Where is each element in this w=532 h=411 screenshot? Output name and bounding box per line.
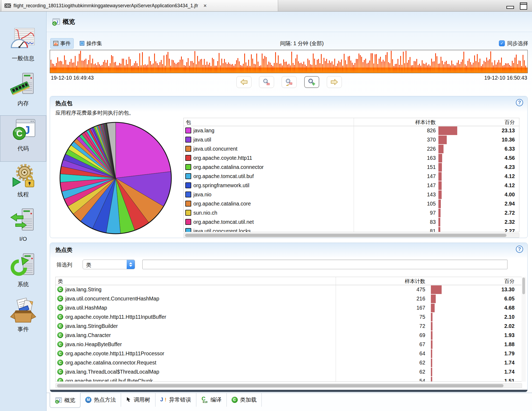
timeline-bar [116, 65, 117, 73]
package-table-row[interactable]: java.util.concurrent.locks812.27 [184, 227, 519, 232]
tab-hot-methods[interactable]: M 热点方法 [80, 393, 121, 407]
exceptions-icon: J! [160, 396, 167, 403]
class-table-row[interactable]: Cjava.lang.String47513.30 [56, 285, 522, 294]
timeline-bar [306, 66, 307, 73]
pan-left-button[interactable] [236, 76, 251, 88]
classes-horizontal-scrollbar[interactable] [55, 383, 522, 388]
hot-packages-pie-chart[interactable] [58, 120, 174, 236]
class-table-row[interactable]: Cjava.nio.HeapByteBuffer671.88 [56, 340, 522, 349]
percent-value: 6.33 [505, 146, 515, 152]
recording-tab[interactable]: flight_recording_180131iogithubkimmkingg… [1, 0, 278, 11]
timeline-bar [454, 65, 455, 73]
class-table-row[interactable]: Corg.apache.coyote.http11.Http11InputBuf… [56, 313, 522, 322]
sidebar-item-memory[interactable]: 内存 [0, 70, 46, 115]
hot-methods-icon: M [85, 397, 91, 403]
package-table-row[interactable]: java.lang82623.13 [184, 126, 519, 135]
sidebar-item-code[interactable]: J C 代码 [0, 115, 46, 162]
timeline-bar [123, 59, 124, 73]
package-table-row[interactable]: org.apache.catalina.connector1514.23 [184, 163, 519, 172]
timeline-bar [500, 63, 501, 73]
sidebar-item-io[interactable]: I/O [0, 207, 46, 251]
sample-count-value: 163 [427, 155, 436, 161]
timeline-bar [60, 61, 61, 73]
timeline-bar [510, 66, 511, 73]
sidebar-item-system[interactable]: 系统 [0, 251, 46, 296]
help-icon[interactable]: ? [516, 99, 523, 106]
class-table-row[interactable]: Cjava.lang.StringBuilder722.02 [56, 322, 522, 331]
tab-compilations[interactable]: C010 编译 [196, 393, 227, 407]
class-table-row[interactable]: Cjava.util.concurrent.ConcurrentHashMap2… [56, 294, 522, 303]
timeline-bar [126, 60, 127, 73]
minimize-button[interactable] [506, 6, 514, 9]
package-name: java.lang [193, 127, 214, 134]
timeline-bar [470, 62, 471, 73]
package-table-row[interactable]: java.util37010.36 [184, 135, 519, 144]
sample-count-bar [438, 209, 441, 217]
timeline-bar [122, 59, 123, 73]
events-toggle-label: 事件 [60, 40, 71, 47]
timeline-bar [192, 61, 193, 73]
timeline-bar [451, 61, 452, 73]
tab-class-loading[interactable]: C 类加载 [227, 393, 262, 407]
package-table-row[interactable]: org.apache.tomcat.util.net832.32 [184, 218, 519, 227]
column-header-percent[interactable]: 百分 [505, 119, 515, 126]
package-table-row[interactable]: org.springframework.util1474.12 [184, 181, 519, 190]
timeline-bar [412, 65, 413, 73]
general-info-icon [9, 26, 37, 54]
zoom-selection-button[interactable] [282, 76, 297, 88]
class-table-row[interactable]: Corg.apache.catalina.connector.Request62… [56, 358, 522, 367]
class-name: java.lang.StringBuilder [65, 323, 118, 329]
zoom-in-button[interactable] [304, 76, 319, 88]
timeline-bar [201, 59, 202, 73]
scrollbar-thumb[interactable] [522, 278, 525, 294]
package-table-row[interactable]: java.nio1434.00 [184, 190, 519, 199]
column-header-samples[interactable]: 样本计数 [405, 278, 425, 285]
column-header-samples[interactable]: 样本计数 [415, 119, 436, 126]
tab-call-tree[interactable]: 调用树 [121, 393, 155, 407]
scrollbar-thumb[interactable] [57, 384, 503, 387]
events-toggle-button[interactable]: 事件 [50, 38, 74, 49]
package-table-row[interactable]: sun.nio.ch972.72 [184, 208, 519, 218]
class-table-row[interactable]: Cjava.lang.ThreadLocal$ThreadLocalMap621… [56, 367, 522, 377]
filter-text-input[interactable] [142, 260, 508, 269]
percent-value: 1.74 [504, 369, 515, 375]
class-table-row[interactable]: Cjava.lang.Character691.93 [56, 331, 522, 340]
pan-right-button[interactable] [327, 76, 342, 88]
tab-close-icon[interactable]: ✕ [203, 3, 207, 8]
package-table-row[interactable]: java.util.concurrent2266.33 [184, 144, 519, 154]
timeline-bar [414, 61, 414, 73]
timeline-bar [420, 66, 421, 73]
class-table-row[interactable]: Cjava.util.HashMap1674.68 [56, 303, 522, 313]
column-header-class[interactable]: 类 [58, 278, 63, 285]
column-header-package[interactable]: 包 [186, 119, 191, 126]
pie-slice[interactable] [116, 122, 171, 178]
sidebar-item-general-info[interactable]: 一般信息 [0, 26, 46, 70]
package-table-row[interactable]: org.apache.coyote.http111634.56 [184, 154, 519, 163]
class-icon: C [57, 332, 63, 338]
tab-overview[interactable]: J C 概览 [50, 393, 80, 408]
sidebar-item-threads[interactable]: 线程 [0, 162, 46, 207]
sidebar-item-events[interactable]: 事件 [0, 296, 46, 341]
zoom-out-button[interactable] [259, 76, 274, 88]
packages-horizontal-scrollbar[interactable] [183, 233, 519, 238]
class-table-row[interactable]: Corg.apache.tomcat.util.buf.ByteChunk541… [56, 377, 522, 382]
timeline-bar [143, 65, 144, 73]
filter-column-dropdown[interactable]: 类 [83, 260, 135, 269]
classes-vertical-scrollbar[interactable] [522, 277, 526, 382]
operative-set-button[interactable]: 操作集 [77, 38, 105, 48]
timeline-bar [73, 62, 74, 73]
class-table-row[interactable]: Corg.apache.coyote.http11.Http11Processo… [56, 349, 522, 358]
column-header-percent[interactable]: 百分 [504, 278, 515, 285]
timeline-bar [115, 62, 116, 73]
scrollbar-thumb[interactable] [185, 234, 506, 237]
sidebar-item-label: 系统 [17, 281, 29, 288]
tab-exceptions[interactable]: J! 异常错误 [155, 393, 196, 407]
package-table-row[interactable]: org.apache.tomcat.util.buf1474.12 [184, 172, 519, 181]
timeline-bar [193, 63, 194, 73]
help-icon[interactable]: ? [516, 246, 523, 253]
sync-selection-checkbox[interactable]: ✓ [499, 40, 505, 46]
event-timeline-chart[interactable] [50, 50, 528, 73]
package-table-row[interactable]: org.apache.catalina.core1052.94 [184, 199, 519, 208]
maximize-button[interactable] [520, 2, 527, 10]
tab-label: 热点方法 [94, 396, 116, 403]
